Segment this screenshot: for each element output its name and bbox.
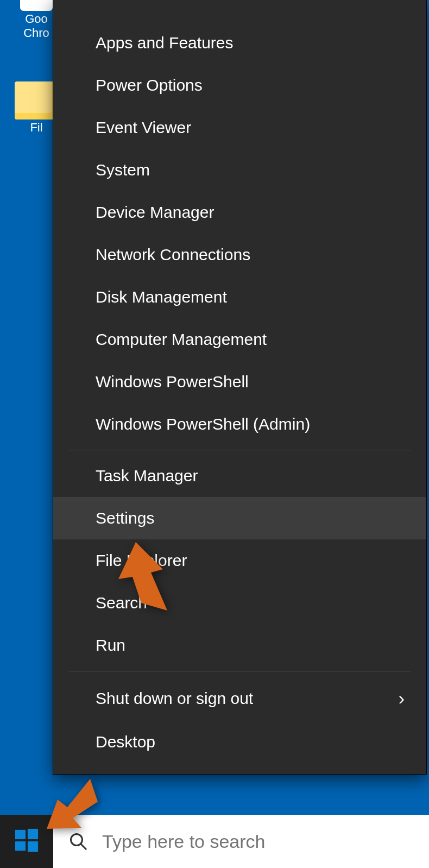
menu-item-label: File Explorer bbox=[96, 551, 187, 570]
svg-rect-2 bbox=[15, 841, 26, 851]
menu-item-label: Desktop bbox=[96, 733, 155, 751]
taskbar bbox=[0, 815, 429, 868]
menu-item-system[interactable]: System bbox=[53, 149, 426, 191]
menu-item-label: Power Options bbox=[96, 76, 203, 95]
start-button[interactable] bbox=[0, 815, 53, 868]
menu-item-shut-down-or-sign-out[interactable]: Shut down or sign out › bbox=[53, 676, 426, 721]
menu-divider bbox=[68, 671, 411, 671]
menu-item-label: Shut down or sign out bbox=[96, 689, 253, 708]
svg-rect-3 bbox=[28, 841, 38, 852]
menu-item-task-manager[interactable]: Task Manager bbox=[53, 455, 426, 497]
menu-item-windows-powershell[interactable]: Windows PowerShell bbox=[53, 361, 426, 403]
menu-item-desktop[interactable]: Desktop bbox=[53, 721, 426, 763]
windows-logo-icon bbox=[14, 828, 39, 855]
menu-item-label: Event Viewer bbox=[96, 118, 191, 137]
menu-item-computer-management[interactable]: Computer Management bbox=[53, 318, 426, 361]
menu-item-disk-management[interactable]: Disk Management bbox=[53, 276, 426, 318]
menu-item-apps-and-features[interactable]: Apps and Features bbox=[53, 22, 426, 64]
menu-item-label: Task Manager bbox=[96, 467, 198, 485]
menu-item-label: Search bbox=[96, 594, 147, 612]
taskbar-search[interactable] bbox=[53, 815, 429, 868]
svg-point-4 bbox=[71, 834, 83, 846]
menu-item-label: Run bbox=[96, 636, 125, 655]
menu-item-label: Apps and Features bbox=[96, 34, 234, 52]
menu-item-label: Windows PowerShell (Admin) bbox=[96, 415, 310, 433]
menu-item-search[interactable]: Search bbox=[53, 582, 426, 624]
menu-item-device-manager[interactable]: Device Manager bbox=[53, 191, 426, 234]
menu-item-label: Windows PowerShell bbox=[96, 373, 249, 391]
menu-item-event-viewer[interactable]: Event Viewer bbox=[53, 106, 426, 149]
menu-item-label: Disk Management bbox=[96, 288, 227, 306]
start-context-menu: Apps and Features Power Options Event Vi… bbox=[53, 0, 426, 774]
search-input[interactable] bbox=[101, 831, 414, 853]
menu-item-settings[interactable]: Settings bbox=[53, 497, 426, 539]
menu-item-label: Settings bbox=[96, 509, 154, 527]
svg-rect-0 bbox=[15, 830, 26, 839]
menu-item-label: Computer Management bbox=[96, 330, 267, 349]
menu-item-windows-powershell-admin[interactable]: Windows PowerShell (Admin) bbox=[53, 403, 426, 445]
menu-item-power-options[interactable]: Power Options bbox=[53, 64, 426, 106]
folder-icon bbox=[15, 81, 58, 119]
search-icon bbox=[68, 832, 88, 851]
svg-line-5 bbox=[81, 844, 87, 850]
svg-rect-1 bbox=[28, 829, 38, 839]
chevron-right-icon: › bbox=[399, 688, 405, 709]
menu-item-label: System bbox=[96, 161, 150, 179]
menu-item-label: Device Manager bbox=[96, 203, 214, 222]
menu-item-label: Network Connections bbox=[96, 246, 250, 264]
menu-item-run[interactable]: Run bbox=[53, 624, 426, 666]
menu-item-network-connections[interactable]: Network Connections bbox=[53, 234, 426, 276]
menu-item-file-explorer[interactable]: File Explorer bbox=[53, 539, 426, 582]
chrome-icon bbox=[20, 0, 53, 11]
menu-divider bbox=[68, 450, 411, 450]
